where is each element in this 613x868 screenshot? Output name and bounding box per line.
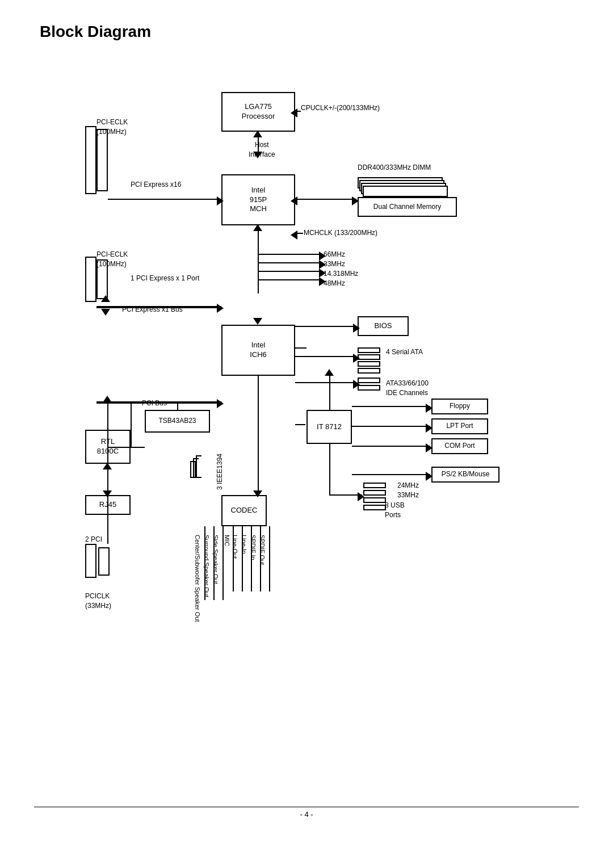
pcie-x1-bus-thick-line [96, 306, 221, 308]
tsb-label: TSB43AB23 [158, 417, 196, 426]
freq-arrow-1 [319, 251, 326, 261]
freq-line-4 [258, 279, 323, 280]
usb-ports-label: 8 USBPorts [385, 501, 405, 520]
it-ich6-line [329, 376, 330, 410]
pci-slot-2 [98, 547, 110, 576]
pcie-x1-bus-arrow [217, 304, 224, 313]
pci-2-label: 2 PCI [85, 535, 102, 544]
ich6-it8712-line [295, 424, 305, 425]
ide-line [295, 382, 356, 383]
pci-bus-thick [96, 401, 221, 404]
tsb-pci-line [177, 402, 178, 410]
mchclk-arrow [291, 230, 297, 240]
usb-c-4 [363, 505, 386, 510]
footer-text: - 4 - [300, 810, 313, 819]
dual-channel-box: Dual Channel Memory [358, 197, 457, 217]
audio-line-5 [242, 526, 243, 592]
ide-label: ATA33/66/100IDE Channels [386, 379, 429, 398]
com-label: COM Port [444, 442, 475, 451]
page: Block Diagram LGA775Processor CPUCLK+/-(… [0, 0, 613, 868]
freq-arrow-2 [319, 260, 326, 269]
it-usb-arrow [358, 492, 364, 501]
cpuclk-arrow [291, 108, 297, 118]
it-ich6-arrow [325, 369, 334, 376]
ich6-label: IntelICH6 [250, 341, 267, 360]
pci-2-up-arrow [103, 396, 112, 402]
freq-arrow-4 [319, 277, 326, 286]
mch-ich6-arrow-up [253, 224, 262, 231]
page-title: Block Diagram [40, 23, 579, 41]
pcie-x16-slot [85, 126, 96, 194]
pcie-x1-slot-2 [96, 259, 108, 299]
it-floppy-arrow [426, 404, 433, 413]
ich6-codec-line [258, 376, 259, 495]
pcie-x1-slot [85, 257, 96, 302]
mch-mem-arrow-right [352, 196, 359, 206]
pci-bus-arrow [217, 399, 224, 408]
mic-label: MIC [224, 535, 230, 546]
freq-48-label: 48MHz [324, 279, 345, 288]
ieee1394-label: 3 IEEE1394 [216, 454, 224, 490]
it-com-arrow [426, 443, 433, 452]
pcie-x16-arrow [217, 196, 224, 206]
pcie-x1-up-arrow [101, 295, 110, 302]
pcie-x16-line [108, 199, 221, 200]
ddr-label: DDR400/333MHz DIMM [358, 163, 431, 173]
it8712-box: IT 8712 [306, 410, 352, 444]
mch-label: Intel915PMCH [250, 186, 267, 215]
it-ps2-arrow [426, 472, 433, 481]
codec-box: CODEC [221, 495, 267, 526]
mch-ich6-arrow-down [253, 318, 262, 325]
audio-line-8 [269, 526, 270, 592]
ide-arrow [353, 380, 360, 389]
pciclk-label: PCICLK(33MHz) [85, 592, 111, 611]
sata-1 [358, 347, 380, 353]
usb-c-1 [363, 483, 386, 488]
bios-line [295, 326, 356, 327]
freq-line-2 [258, 262, 323, 263]
cpu-mch-arrow-down [253, 152, 262, 158]
freq-33-label: 33MHz [324, 259, 345, 269]
rtl-pci-v-line [131, 402, 132, 447]
mch-box: Intel915PMCH [221, 174, 295, 225]
freq-line-1 [258, 254, 323, 255]
ide-2 [358, 385, 380, 391]
ieee-connector-3 [190, 461, 196, 478]
it8712-label: IT 8712 [317, 422, 342, 432]
bios-label: BIOS [374, 321, 392, 331]
sata-4 [358, 368, 380, 374]
it-ps2-line [352, 474, 430, 475]
ich6-codec-arrow [253, 490, 262, 497]
it-floppy-line [352, 406, 430, 407]
bios-arrow [353, 324, 360, 333]
ps2-box: PS/2 KB/Mouse [431, 467, 499, 483]
footer-line [34, 807, 579, 807]
rtl-pci-line [108, 447, 145, 448]
sata-2 [358, 354, 380, 360]
pci-2-up-line [107, 402, 108, 544]
codec-label: CODEC [231, 506, 258, 515]
it-com-line [352, 446, 430, 447]
mch-ich6-main-line [258, 225, 259, 293]
mchclk-label: MCHCLK (133/200MHz) [304, 228, 377, 238]
usb-c-2 [363, 490, 386, 496]
audio-line-6 [251, 526, 252, 592]
audio-line-1 [204, 526, 205, 600]
floppy-label: Floppy [450, 402, 470, 411]
dual-channel-label: Dual Channel Memory [373, 203, 441, 212]
freq-line-3 [258, 271, 323, 272]
sata-arrow [353, 354, 360, 363]
audio-line-2 [213, 526, 215, 600]
serial-ata-label: 4 Serial ATA [386, 347, 423, 357]
pcie-x1-down-arrow [101, 309, 110, 316]
lpt-label: LPT Port [446, 422, 473, 431]
pci-express-x16-label: PCI Express x16 [131, 180, 181, 190]
usb-c-3 [363, 497, 386, 503]
ide-1 [358, 378, 380, 383]
center-sub-label: Center/Subwoofer Speaker Out [194, 535, 201, 622]
audio-line-7 [260, 526, 261, 592]
bios-box: BIOS [358, 316, 409, 336]
cpu-label: LGA775Processor [242, 102, 275, 121]
audio-line-3 [222, 526, 224, 600]
memory-card-4 [363, 186, 448, 197]
